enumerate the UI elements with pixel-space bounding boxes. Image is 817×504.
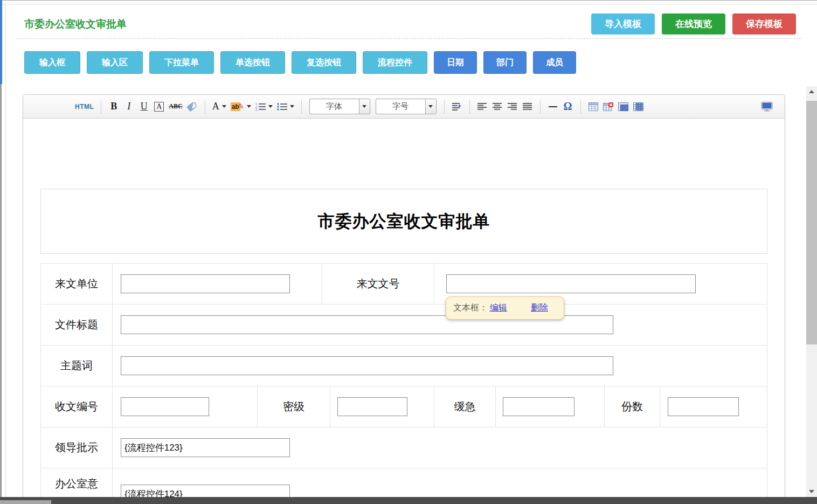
add-checkbox-button[interactable]: 复选按钮 xyxy=(292,51,356,74)
edit-control-link[interactable]: 编辑 xyxy=(490,302,507,314)
copies-input[interactable] xyxy=(668,397,739,416)
toolbar-separator xyxy=(301,100,302,114)
toolbar-separator xyxy=(580,100,581,114)
security-level-input[interactable] xyxy=(337,397,407,416)
scroll-up-button[interactable] xyxy=(806,86,817,97)
cell-properties-icon xyxy=(633,102,643,111)
eraser-button[interactable] xyxy=(185,99,199,115)
align-right-icon xyxy=(508,102,517,111)
chevron-down-icon xyxy=(290,105,294,108)
toolbar-separator xyxy=(101,100,101,114)
toolbar-separator xyxy=(469,100,470,114)
horizontal-rule-button[interactable] xyxy=(546,99,560,115)
chevron-down-icon xyxy=(247,105,251,108)
toolbar-separator xyxy=(444,100,445,114)
add-dropdown-button[interactable]: 下拉菜单 xyxy=(149,51,214,74)
ordered-list-button[interactable]: 1 2 3 xyxy=(254,99,274,115)
field-label-office-opinion: 办公室意 xyxy=(55,477,98,491)
add-radio-button[interactable]: 单选按钮 xyxy=(220,51,285,74)
add-member-button[interactable]: 成员 xyxy=(533,51,576,74)
document-title-block[interactable]: 市委办公室收文审批单 xyxy=(40,189,767,254)
insert-table-icon xyxy=(588,102,598,111)
left-edge-border xyxy=(0,84,2,497)
highlight-color-button[interactable]: ab ✎ xyxy=(229,99,253,115)
add-textarea-button[interactable]: 输入区 xyxy=(87,51,143,74)
special-character-button[interactable]: Ω xyxy=(561,99,575,115)
cell-properties-button[interactable] xyxy=(632,99,646,115)
table-row: 来文单位 来文文号 xyxy=(41,264,767,305)
align-left-button[interactable] xyxy=(475,99,489,115)
indent-button[interactable] xyxy=(450,99,464,115)
editor-toolbar: HTML B I U A ABC A ab ✎ 1 2 3 xyxy=(23,95,785,119)
fullscreen-preview-button[interactable] xyxy=(759,99,774,115)
chevron-down-icon xyxy=(362,105,366,108)
online-preview-button[interactable]: 在线预览 xyxy=(662,13,725,34)
table-properties-button[interactable] xyxy=(617,99,631,115)
control-tooltip: 文本框： 编辑 删除 xyxy=(446,296,564,320)
font-size-select[interactable]: 字号 xyxy=(376,99,437,114)
incoming-doc-number-input[interactable] xyxy=(446,274,696,293)
font-color-button[interactable]: A xyxy=(211,99,228,115)
underline-button[interactable]: U xyxy=(137,99,151,115)
font-family-select[interactable]: 字体 xyxy=(309,99,370,114)
scrollbar-thumb[interactable] xyxy=(806,101,817,344)
table-row: 领导批示 xyxy=(41,427,767,468)
arrow-up-icon xyxy=(809,90,814,93)
receipt-number-input[interactable] xyxy=(121,397,209,416)
window-bottom-bar xyxy=(0,497,817,504)
horizontal-rule-icon xyxy=(549,106,557,107)
import-template-button[interactable]: 导入模板 xyxy=(591,13,655,34)
header-divider xyxy=(16,38,801,39)
field-label-receipt-number: 收文编号 xyxy=(55,399,98,414)
strikethrough-button[interactable]: ABC xyxy=(167,99,184,115)
field-label-subject-words: 主题词 xyxy=(60,358,93,373)
table-properties-icon xyxy=(618,102,628,111)
insert-table-button[interactable] xyxy=(586,99,600,115)
save-template-button[interactable]: 保存模板 xyxy=(732,13,796,34)
unordered-list-icon xyxy=(277,102,287,111)
align-center-icon xyxy=(493,102,502,111)
unordered-list-button[interactable] xyxy=(275,99,296,115)
align-center-button[interactable] xyxy=(490,99,504,115)
boxed-letter-button[interactable]: A xyxy=(152,99,166,115)
delete-table-button[interactable] xyxy=(601,99,615,115)
align-justify-button[interactable] xyxy=(521,99,535,115)
italic-button[interactable]: I xyxy=(122,99,136,115)
rich-text-editor: HTML B I U A ABC A ab ✎ 1 2 3 xyxy=(23,94,785,504)
table-row: 收文编号 密级 缓急 份数 xyxy=(41,386,767,427)
toolbar-separator xyxy=(205,100,205,114)
editor-content-area[interactable]: 市委办公室收文审批单 来文单位 来文文号 xyxy=(23,119,785,504)
add-date-button[interactable]: 日期 xyxy=(434,51,477,74)
subject-words-input[interactable] xyxy=(121,356,613,375)
delete-control-link[interactable]: 删除 xyxy=(531,302,548,314)
field-label-leader-instructions: 领导批示 xyxy=(55,440,98,455)
field-label-urgency: 缓急 xyxy=(454,399,476,414)
incoming-unit-input[interactable] xyxy=(121,274,290,293)
approval-form-table: 来文单位 来文文号 文件标题 xyxy=(40,263,767,504)
align-right-button[interactable] xyxy=(506,99,520,115)
field-label-incoming-doc-number: 来文文号 xyxy=(357,277,400,291)
chevron-down-icon xyxy=(428,105,433,108)
arrow-down-icon xyxy=(809,490,814,493)
add-department-button[interactable]: 部门 xyxy=(483,51,527,74)
toolbar-separator xyxy=(540,100,541,114)
table-row: 文件标题 xyxy=(41,305,767,346)
component-toolbar: 输入框 输入区 下拉菜单 单选按钮 复选按钮 流程控件 日期 部门 成员 xyxy=(24,51,576,74)
indent-icon xyxy=(452,102,462,111)
html-source-button[interactable]: HTML xyxy=(73,99,95,115)
table-row: 主题词 xyxy=(41,346,767,386)
ordered-list-icon: 1 2 3 xyxy=(255,102,266,111)
scroll-down-button[interactable] xyxy=(806,486,817,497)
leader-instructions-input[interactable] xyxy=(121,438,290,457)
chevron-down-icon xyxy=(268,105,273,108)
add-flow-control-button[interactable]: 流程控件 xyxy=(363,51,427,74)
urgency-input[interactable] xyxy=(503,397,574,416)
vertical-scrollbar[interactable] xyxy=(806,86,817,497)
template-actions: 导入模板 在线预览 保存模板 xyxy=(591,13,796,34)
document-title: 市委办公室收文审批单 xyxy=(318,210,490,233)
align-justify-icon xyxy=(523,102,532,111)
bold-button[interactable]: B xyxy=(107,99,121,115)
add-input-box-button[interactable]: 输入框 xyxy=(24,51,80,74)
page-title: 市委办公室收文审批单 xyxy=(24,17,127,31)
monitor-icon xyxy=(761,102,773,112)
